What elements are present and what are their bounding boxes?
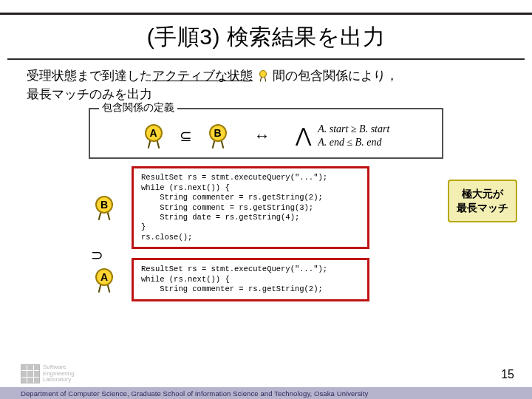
logo-text: Software Engineering Laboratory	[43, 364, 75, 383]
slide-title: (手順3) 検索結果を出力	[0, 22, 532, 52]
block-row-b: B ResultSet rs = stmt.executeQuery("..."…	[93, 166, 498, 249]
pin-label-b: B	[207, 124, 229, 148]
callout-box: 極大元が 最長マッチ	[448, 180, 517, 222]
subset-symbol: ⊆	[180, 127, 192, 145]
pin-circle-b: B	[209, 124, 227, 142]
superset-symbol: ⊃	[91, 246, 103, 264]
svg-line-2	[265, 77, 266, 82]
affiliation-bar: Department of Computer Science, Graduate…	[0, 387, 532, 399]
pin-circle-a2: A	[95, 268, 113, 286]
definition-legend: 包含関係の定義	[99, 101, 177, 115]
equation-2: A. end ≤ B. end	[318, 136, 389, 149]
code-box-a: ResultSet rs = stmt.executeQuery("...");…	[132, 258, 369, 301]
pin-label-a: A	[143, 124, 165, 148]
lead-text-3: 最長マッチのみを出力	[27, 87, 152, 101]
block-row-a: A ResultSet rs = stmt.executeQuery("..."…	[93, 258, 498, 301]
pin-label-b2: B	[93, 196, 115, 219]
pin-circle-a: A	[145, 124, 163, 142]
callout-line-2: 最長マッチ	[457, 201, 508, 215]
iff-symbol: ↔	[254, 126, 270, 146]
logo-mark-icon	[21, 364, 40, 383]
map-pin-icon	[256, 69, 270, 83]
pin-label-a2: A	[93, 268, 115, 292]
code-blocks-area: ⊃ B ResultSet rs = stmt.executeQuery("..…	[93, 166, 498, 301]
title-underline	[7, 58, 525, 60]
definition-row: A ⊆ B ↔ ⋀ A. start ≥ B. start A. end ≤ B…	[99, 123, 433, 149]
lead-underlined: アクティブな状態	[152, 69, 253, 83]
lead-text-1: 受理状態まで到達した	[27, 69, 152, 83]
callout-line-1: 極大元が	[457, 187, 508, 201]
pin-circle-b2: B	[95, 196, 113, 214]
page-number: 15	[501, 368, 514, 381]
lab-logo: Software Engineering Laboratory	[21, 362, 84, 386]
svg-line-1	[260, 77, 262, 82]
big-and-symbol: ⋀	[296, 124, 311, 149]
code-box-b: ResultSet rs = stmt.executeQuery("...");…	[132, 166, 369, 249]
equation-1: A. start ≥ B. start	[318, 123, 389, 136]
logo-text-3: Laboratory	[43, 377, 75, 383]
slide-footer: Software Engineering Laboratory 15 Depar…	[0, 365, 532, 399]
svg-point-0	[259, 71, 266, 78]
lead-text-2: 間の包含関係により，	[273, 69, 398, 83]
top-stripe	[0, 0, 532, 15]
lead-paragraph: 受理状態まで到達したアクティブな状態 間の包含関係により， 最長マッチのみを出力	[27, 67, 505, 103]
definition-box: 包含関係の定義 A ⊆ B ↔ ⋀ A. start ≥ B. start A.…	[89, 108, 443, 159]
equations: ⋀ A. start ≥ B. start A. end ≤ B. end	[296, 123, 390, 149]
